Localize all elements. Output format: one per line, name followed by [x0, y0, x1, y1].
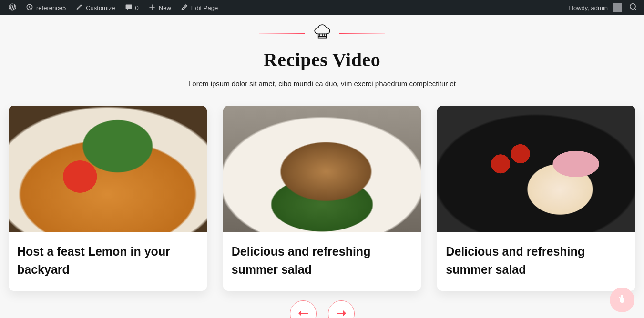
edit-page-label: Edit Page [191, 4, 218, 11]
brush-icon [75, 3, 83, 12]
wp-logo-menu[interactable] [4, 0, 21, 15]
carousel-next-button[interactable] [328, 300, 355, 318]
comment-icon [125, 3, 133, 12]
search-icon [630, 3, 637, 12]
recipe-title: Host a feast Lemon in your backyard [9, 232, 207, 291]
section-subtitle: Lorem ipsum dolor sit amet, cibo mundi e… [0, 80, 644, 88]
new-link[interactable]: New [143, 0, 176, 15]
avatar [613, 3, 622, 12]
recipe-title: Delicious and refreshing summer salad [223, 232, 421, 291]
arrow-right-icon [337, 309, 346, 318]
howdy-text: Howdy, admin [569, 4, 608, 11]
recipe-image [437, 106, 635, 232]
section-divider [0, 23, 644, 44]
site-link[interactable]: reference5 [21, 0, 71, 15]
wp-admin-bar: reference5 Customize 0 New Edit Page [0, 0, 644, 15]
comments-count: 0 [135, 4, 139, 11]
edit-page-link[interactable]: Edit Page [176, 0, 223, 15]
divider-line-left [259, 33, 305, 34]
recipe-card[interactable]: Host a feast Lemon in your backyard [9, 106, 207, 291]
dashboard-icon [26, 3, 33, 12]
arrow-left-icon [298, 309, 308, 318]
new-label: New [159, 4, 171, 11]
carousel-nav [0, 300, 644, 318]
search-toggle[interactable] [627, 0, 640, 15]
customize-label: Customize [86, 4, 115, 11]
recipe-card[interactable]: Delicious and refreshing summer salad [437, 106, 635, 291]
plus-icon [148, 3, 156, 12]
recipe-image [9, 106, 207, 232]
customize-link[interactable]: Customize [71, 0, 120, 15]
recipe-image [223, 106, 421, 232]
site-name: reference5 [36, 4, 66, 11]
divider-line-right [339, 33, 385, 34]
pencil-icon [181, 3, 188, 12]
chef-hat-icon [313, 23, 332, 44]
wordpress-icon [9, 3, 16, 12]
pointer-up-icon [617, 294, 627, 306]
recipe-card[interactable]: Delicious and refreshing summer salad [223, 106, 421, 291]
carousel-prev-button[interactable] [290, 300, 317, 318]
comments-link[interactable]: 0 [120, 0, 143, 15]
recipe-title: Delicious and refreshing summer salad [437, 232, 635, 291]
scroll-top-button[interactable] [610, 288, 634, 312]
account-link[interactable]: Howdy, admin [564, 0, 627, 15]
section-title: Recipes Video [0, 49, 644, 71]
recipe-carousel: Host a feast Lemon in your backyard Deli… [0, 106, 644, 291]
